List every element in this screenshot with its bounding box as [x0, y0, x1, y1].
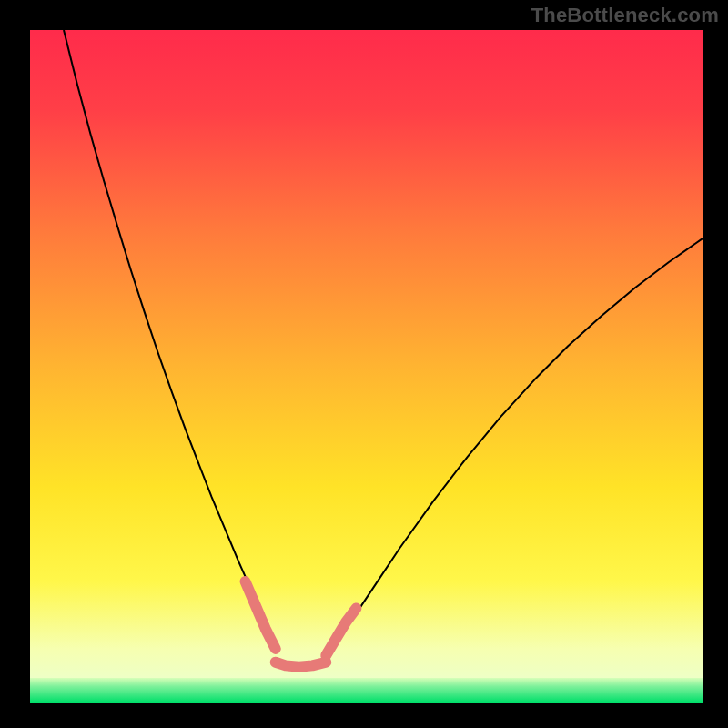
series-valley-floor	[276, 662, 327, 667]
watermark-text: TheBottleneck.com	[531, 4, 719, 27]
chart-stage: TheBottleneck.com	[0, 0, 728, 728]
green-band	[30, 678, 703, 703]
plot-background	[30, 30, 703, 703]
bottleneck-chart	[0, 0, 728, 728]
